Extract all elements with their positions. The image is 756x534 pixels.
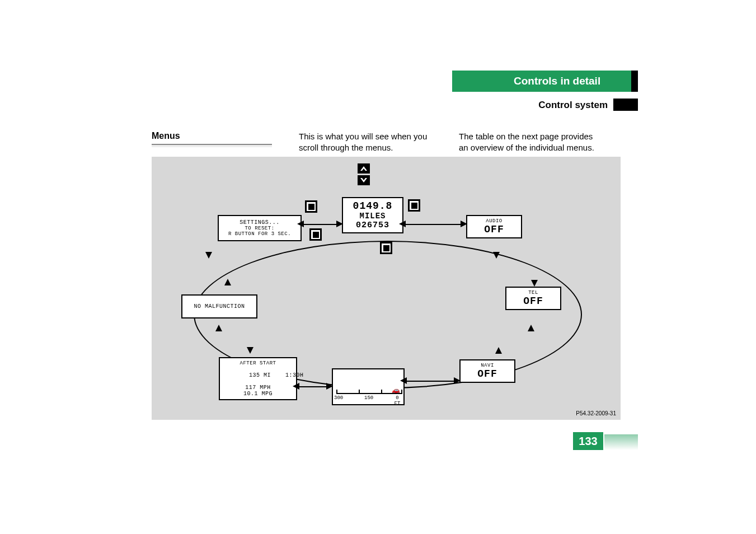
connector-line [298, 386, 330, 387]
ring-arrow-icon [205, 252, 212, 259]
ring-arrow-icon [493, 252, 500, 259]
connector-line [303, 224, 340, 225]
arrowhead-left-icon [297, 221, 304, 227]
scale-300: 300 [334, 395, 343, 401]
trip-unit: MILES [343, 212, 402, 221]
chapter-tab-label: Controls in detail [514, 75, 600, 87]
ring-arrow-icon [215, 325, 222, 331]
arrowhead-right-icon [454, 377, 461, 384]
total-odometer: 026753 [343, 221, 402, 230]
settings-reset-2: R BUTTON FOR 3 SEC. [219, 231, 300, 237]
page-number: 133 [573, 432, 603, 450]
ring-arrow-icon [247, 347, 253, 354]
ring-arrow-icon [531, 280, 538, 287]
settings-reset-1: TO RESET: [219, 226, 300, 231]
page-number-value: 133 [579, 435, 597, 448]
screen-malfunction: NO MALFUNCTION [181, 294, 257, 318]
screen-navi: NAVI OFF [459, 359, 515, 383]
svg-marker-0 [360, 166, 367, 171]
chapter-tab-thumb [631, 71, 638, 92]
connector-line [406, 381, 457, 382]
page-icon [305, 200, 317, 213]
audio-state: OFF [467, 224, 521, 235]
page-icon [309, 228, 322, 241]
page-number-shadow [604, 434, 638, 450]
tc-title: AFTER START [220, 360, 296, 366]
tc-distance: 135 MI [249, 372, 271, 378]
arrow-down-icon [358, 175, 370, 185]
section-tab-label: Control system [452, 100, 608, 112]
arrowhead-right-icon [461, 221, 467, 227]
arrowhead-left-icon [400, 377, 407, 384]
navi-state: OFF [461, 368, 514, 380]
arrowhead-left-icon [293, 383, 299, 390]
arrowhead-left-icon [399, 221, 406, 227]
screen-distance: 🚗 300 150 0 FT [332, 368, 405, 405]
body-text-col1: This is what you will see when you scrol… [299, 131, 442, 154]
ring-arrow-icon [528, 325, 534, 331]
scale-0ft: 0 FT [392, 395, 402, 406]
chapter-tab: Controls in detail [452, 71, 631, 92]
distance-scale: 300 150 0 FT [336, 393, 402, 402]
trip-odometer: 0149.8 [343, 200, 402, 212]
svg-marker-1 [360, 178, 367, 182]
tc-speed: 117 MPH [220, 385, 296, 391]
arrowhead-right-icon [326, 383, 333, 390]
scale-150: 150 [364, 395, 373, 401]
ring-arrow-icon [495, 347, 502, 354]
ring-arrow-icon [224, 279, 231, 285]
screen-audio: AUDIO OFF [466, 215, 522, 238]
arrowhead-right-icon [336, 221, 343, 227]
tc-mpg: 10.1 MPG [220, 391, 296, 397]
section-heading: Menus [152, 131, 180, 141]
menu-ring-figure: 0149.8 MILES 026753 SETTINGS... TO RESET… [152, 157, 621, 420]
settings-label: SETTINGS... [219, 219, 300, 226]
section-rule [152, 144, 272, 147]
section-tab-thumb [613, 99, 638, 111]
page-icon [408, 199, 420, 212]
connector-line [405, 224, 464, 225]
tc-row: 135 MI 1:30H [220, 366, 296, 385]
figure-id: P54.32-2009-31 [576, 410, 616, 416]
screen-trip: 0149.8 MILES 026753 [342, 197, 403, 233]
screen-settings: SETTINGS... TO RESET: R BUTTON FOR 3 SEC… [218, 215, 302, 241]
malfunction-msg: NO MALFUNCTION [182, 303, 256, 310]
navi-label: NAVI [461, 363, 514, 368]
tel-label: TEL [506, 290, 560, 296]
tc-time: 1:30H [285, 372, 304, 378]
audio-label: AUDIO [467, 218, 521, 224]
tel-state: OFF [506, 296, 560, 307]
body-text-col2: The table on the next page provides an o… [459, 131, 602, 154]
screen-tel: TEL OFF [505, 287, 561, 310]
screen-trip-computer: AFTER START 135 MI 1:30H 117 MPH 10.1 MP… [219, 357, 297, 400]
arrow-up-icon [358, 163, 370, 174]
